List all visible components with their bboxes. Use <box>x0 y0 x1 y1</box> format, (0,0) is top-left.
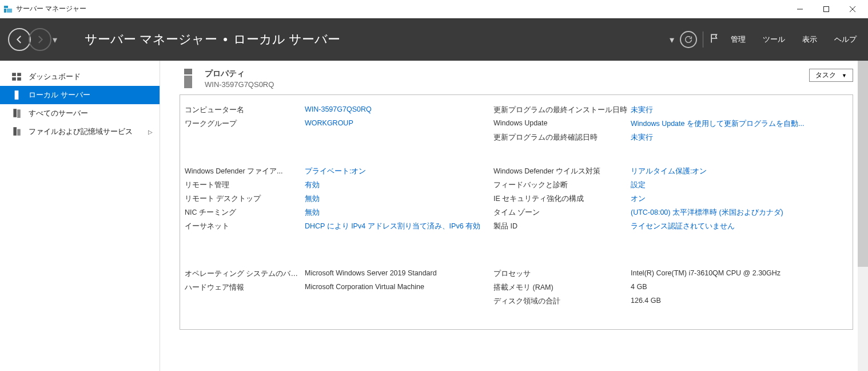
prop-label: リモート デスクトップ <box>185 194 305 204</box>
breadcrumb-separator-icon: • <box>223 32 228 47</box>
sidebar-item-label: ファイルおよび記憶域サービス <box>29 127 133 137</box>
prop-label: 搭載メモリ (RAM) <box>493 283 631 293</box>
scrollbar-thumb[interactable] <box>858 61 868 267</box>
prop-value-remote-desktop[interactable]: 無効 <box>305 194 493 204</box>
sidebar-item-all-servers[interactable]: すべてのサーバー <box>0 104 160 123</box>
app-icon <box>3 5 13 14</box>
prop-label: リモート管理 <box>185 180 305 190</box>
svg-rect-8 <box>17 73 21 76</box>
svg-rect-10 <box>17 77 21 81</box>
header-ribbon: ▾ サーバー マネージャー • ローカル サーバー ▾ 管理 ツール 表示 ヘル… <box>0 18 868 61</box>
svg-rect-1 <box>4 9 6 13</box>
sidebar-item-label: すべてのサーバー <box>29 108 88 119</box>
window-title: サーバー マネージャー <box>16 4 86 14</box>
svg-rect-15 <box>17 129 21 136</box>
prop-value-feedback[interactable]: 設定 <box>631 180 804 190</box>
svg-rect-12 <box>13 109 17 117</box>
menu-view[interactable]: 表示 <box>802 34 817 45</box>
properties-subtitle: WIN-3597G7QS0RQ <box>205 80 801 89</box>
prop-value-remote-mgmt[interactable]: 有効 <box>305 180 493 190</box>
prop-value-hw-info: Microsoft Corporation Virtual Machine <box>305 283 493 293</box>
file-storage-icon <box>11 127 22 137</box>
close-button[interactable] <box>839 1 866 18</box>
svg-rect-17 <box>184 76 192 88</box>
prop-value-computer-name[interactable]: WIN-3597G7QS0RQ <box>305 105 493 115</box>
svg-rect-2 <box>7 9 12 13</box>
prop-label: 製品 ID <box>493 222 631 231</box>
sidebar: ダッシュボード ローカル サーバー すべてのサーバー ファイルおよび記憶域サービ… <box>0 61 160 371</box>
prop-value-last-checked[interactable]: 未実行 <box>631 133 804 143</box>
server-icon <box>180 69 197 88</box>
nav-dropdown-icon[interactable]: ▾ <box>53 34 57 45</box>
refresh-button[interactable] <box>680 31 697 48</box>
separator <box>703 31 703 48</box>
content-area: プロパティ WIN-3597G7QS0RQ タスク ▼ コンピューター名 WIN… <box>160 61 868 371</box>
chevron-down-icon: ▼ <box>842 73 847 78</box>
nav-forward-button[interactable] <box>29 28 51 51</box>
prop-value-disk: 126.4 GB <box>631 297 804 306</box>
prop-label: IE セキュリティ強化の構成 <box>493 194 631 204</box>
menu-manage[interactable]: 管理 <box>731 34 746 45</box>
prop-value-nic-teaming[interactable]: 無効 <box>305 208 493 218</box>
all-servers-icon <box>11 108 22 119</box>
breadcrumb-root[interactable]: サーバー マネージャー <box>85 31 217 48</box>
svg-rect-16 <box>184 69 192 74</box>
chevron-right-icon: ▷ <box>148 129 153 135</box>
prop-label: Windows Defender ウイルス対策 <box>493 167 631 176</box>
prop-label: ハードウェア情報 <box>185 283 305 293</box>
prop-label: タイム ゾーン <box>493 208 631 218</box>
prop-value-timezone[interactable]: (UTC-08:00) 太平洋標準時 (米国およびカナダ) <box>631 208 804 218</box>
sidebar-item-dashboard[interactable]: ダッシュボード <box>0 68 160 86</box>
tasks-dropdown[interactable]: タスク ▼ <box>809 69 853 82</box>
nav-back-button[interactable] <box>8 28 31 51</box>
sidebar-item-label: ダッシュボード <box>29 72 81 82</box>
sidebar-item-file-storage[interactable]: ファイルおよび記憶域サービス ▷ <box>0 123 160 141</box>
ribbon-dropdown-icon[interactable]: ▾ <box>670 34 674 45</box>
prop-value-ie-esc[interactable]: オン <box>631 194 804 204</box>
breadcrumb-current: ローカル サーバー <box>233 31 340 48</box>
window-titlebar: サーバー マネージャー <box>0 0 868 18</box>
local-server-icon <box>11 90 22 100</box>
prop-label: Windows Defender ファイア... <box>185 167 305 176</box>
dashboard-icon <box>11 72 22 82</box>
prop-label: 更新プログラムの最終確認日時 <box>493 133 631 143</box>
prop-label: Windows Update <box>493 119 631 129</box>
prop-label: フィードバックと診断 <box>493 180 631 190</box>
prop-value-os-version: Microsoft Windows Server 2019 Standard <box>305 269 493 279</box>
svg-rect-9 <box>12 77 16 81</box>
prop-value-windows-update[interactable]: Windows Update を使用して更新プログラムを自動... <box>631 119 804 129</box>
breadcrumb: サーバー マネージャー • ローカル サーバー <box>85 31 340 48</box>
prop-label: 更新プログラムの最終インストール日時 <box>493 105 631 115</box>
prop-value-ethernet[interactable]: DHCP により IPv4 アドレス割り当て済み、IPv6 有効 <box>305 222 493 231</box>
prop-value-last-installed[interactable]: 未実行 <box>631 105 804 115</box>
prop-label: プロセッサ <box>493 269 631 279</box>
vertical-scrollbar[interactable] <box>858 61 868 371</box>
svg-rect-4 <box>824 6 829 11</box>
sidebar-item-label: ローカル サーバー <box>29 90 90 100</box>
prop-value-ram: 4 GB <box>631 283 804 293</box>
prop-value-processor: Intel(R) Core(TM) i7-3610QM CPU @ 2.30GH… <box>631 269 804 279</box>
svg-rect-13 <box>17 109 21 118</box>
prop-label: イーサネット <box>185 222 305 231</box>
maximize-button[interactable] <box>813 1 839 18</box>
prop-label: ワークグループ <box>185 119 305 129</box>
properties-panel: コンピューター名 WIN-3597G7QS0RQ ワークグループ WORKGRO… <box>180 94 853 330</box>
svg-rect-14 <box>13 127 17 136</box>
prop-value-product-id[interactable]: ライセンス認証されていません <box>631 222 804 231</box>
minimize-button[interactable] <box>787 1 813 18</box>
notifications-flag-icon[interactable] <box>709 33 720 46</box>
svg-rect-11 <box>15 90 19 100</box>
prop-label: ディスク領域の合計 <box>493 297 631 306</box>
prop-value-workgroup[interactable]: WORKGROUP <box>305 119 493 129</box>
prop-label: コンピューター名 <box>185 105 305 115</box>
svg-rect-0 <box>4 6 8 8</box>
prop-label: NIC チーミング <box>185 208 305 218</box>
sidebar-item-local-server[interactable]: ローカル サーバー <box>0 86 160 104</box>
menu-help[interactable]: ヘルプ <box>834 34 857 45</box>
prop-value-defender-fw[interactable]: プライベート:オン <box>305 167 493 176</box>
prop-value-defender-av[interactable]: リアルタイム保護:オン <box>631 167 804 176</box>
tasks-label: タスク <box>815 70 836 80</box>
svg-rect-7 <box>12 73 16 76</box>
menu-tools[interactable]: ツール <box>763 34 785 45</box>
properties-title: プロパティ <box>205 69 801 79</box>
